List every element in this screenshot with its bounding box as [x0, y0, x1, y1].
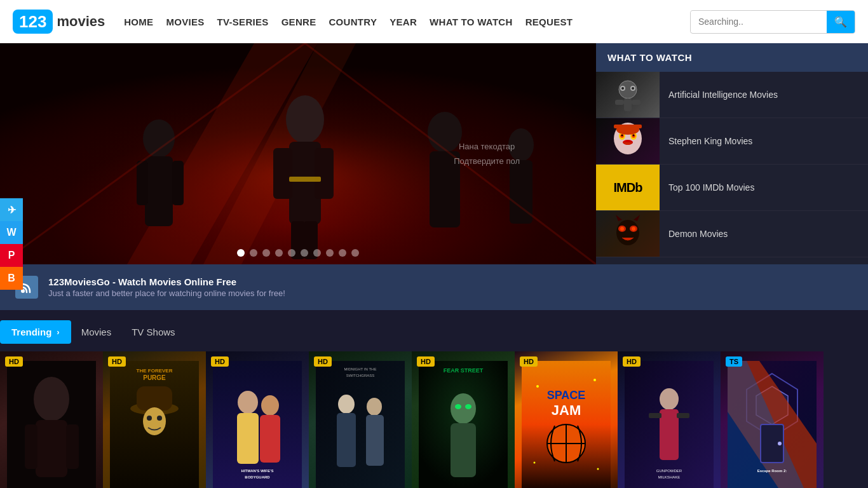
- svg-point-49: [34, 377, 69, 421]
- svg-rect-50: [36, 420, 67, 477]
- hero-indicator-3[interactable]: [262, 249, 270, 257]
- demon-thumb-visual: [596, 211, 660, 257]
- svg-point-43: [620, 227, 624, 231]
- svg-rect-71: [316, 361, 405, 488]
- svg-rect-99: [660, 409, 679, 460]
- svg-rect-12: [145, 156, 173, 226]
- svg-point-72: [338, 395, 355, 414]
- hero-indicator-9[interactable]: [339, 249, 346, 257]
- search-button[interactable]: 🔍: [827, 11, 855, 33]
- social-pinterest-button[interactable]: P: [0, 244, 23, 267]
- hero-indicator-4[interactable]: [275, 249, 283, 257]
- movie-thumb-1: HD: [0, 351, 103, 488]
- svg-point-74: [367, 398, 382, 416]
- svg-point-57: [143, 407, 166, 435]
- wtw-item-demon[interactable]: Demon Movies: [596, 211, 868, 257]
- svg-rect-14: [172, 161, 184, 205]
- movie-card-8[interactable]: TS: [721, 351, 824, 488]
- social-bar: ✈ W P B: [0, 198, 23, 290]
- movie-card-1[interactable]: HD: [0, 351, 103, 488]
- svg-text:Escape Room 2:: Escape Room 2:: [757, 469, 787, 473]
- nav-genre[interactable]: GENRE: [281, 17, 316, 27]
- svg-text:PURGE: PURGE: [143, 374, 166, 381]
- header: 123 movies HOME MOVIES TV-SERIES GENRE C…: [0, 0, 868, 43]
- svg-text:THE FOREVER: THE FOREVER: [137, 368, 173, 374]
- svg-rect-75: [366, 415, 384, 466]
- svg-point-11: [143, 119, 175, 158]
- svg-point-66: [261, 395, 279, 416]
- svg-point-64: [238, 391, 258, 414]
- nav-home[interactable]: HOME: [124, 17, 153, 27]
- wtw-label-demon: Demon Movies: [660, 228, 736, 240]
- svg-text:JAM: JAM: [552, 402, 581, 418]
- movie-card-3[interactable]: HD: [206, 351, 309, 488]
- hero-overlay-text: Нана текодтар Подтвердите пол: [454, 139, 520, 169]
- svg-text:HITMAN'S WIFE'S: HITMAN'S WIFE'S: [241, 469, 274, 473]
- svg-point-93: [593, 379, 596, 381]
- logo[interactable]: 123 movies: [13, 10, 105, 34]
- nav-country[interactable]: COUNTRY: [329, 17, 377, 27]
- nav-what-to-watch[interactable]: WHAT TO WATCH: [430, 17, 513, 27]
- movie-visual-8: Escape Room 2:: [721, 351, 824, 488]
- movie-thumb-4: HD: [309, 351, 412, 488]
- svg-text:BODYGUARD: BODYGUARD: [245, 475, 270, 479]
- wtw-item-imdb[interactable]: IMDb Top 100 IMDb Movies: [596, 165, 868, 211]
- movie-thumb-7: HD: [618, 351, 721, 488]
- social-telegram-button[interactable]: ✈: [0, 198, 23, 221]
- movie-card-6[interactable]: HD SPACE J: [515, 351, 618, 488]
- svg-marker-46: [634, 215, 640, 221]
- movie-visual-2: THE FOREVER PURGE: [103, 351, 206, 488]
- svg-point-26: [632, 87, 634, 90]
- movie-badge-8: TS: [726, 356, 742, 367]
- svg-point-36: [633, 134, 635, 136]
- social-wordpress-button[interactable]: W: [0, 221, 23, 244]
- movie-card-4[interactable]: HD: [309, 351, 412, 488]
- svg-text:MILKSHAKE: MILKSHAKE: [658, 475, 680, 479]
- what-to-watch-header: WHAT TO WATCH: [596, 43, 868, 72]
- hero-indicator-2[interactable]: [250, 249, 257, 257]
- hero-indicator-1[interactable]: [237, 249, 245, 257]
- nav-request[interactable]: REQUEST: [526, 17, 573, 27]
- ai-thumb-visual: [596, 72, 660, 118]
- svg-point-44: [632, 227, 635, 231]
- movie-visual-1: [0, 351, 103, 488]
- movie-card-5[interactable]: HD: [412, 351, 515, 488]
- nav-movies[interactable]: MOVIES: [166, 17, 204, 27]
- wtw-thumb-demon: [596, 211, 660, 257]
- nav-tv-series[interactable]: TV-SERIES: [217, 17, 269, 27]
- movie-badge-6: HD: [520, 356, 538, 367]
- movie-thumb-5: HD: [412, 351, 515, 488]
- wtw-thumb-sk: [596, 118, 660, 164]
- nav-year[interactable]: YEAR: [390, 17, 417, 27]
- social-blogger-button[interactable]: B: [0, 267, 23, 290]
- hero-slider: Нана текодтар Подтвердите пол: [0, 43, 596, 264]
- search-input[interactable]: [691, 11, 827, 32]
- hero-indicator-5[interactable]: [288, 249, 295, 257]
- svg-marker-45: [616, 215, 622, 221]
- movie-badge-4: HD: [314, 356, 332, 367]
- movie-visual-6: SPACE JAM: [515, 351, 618, 488]
- wtw-label-imdb: Top 100 IMDb Movies: [660, 182, 763, 193]
- movie-card-7[interactable]: HD: [618, 351, 721, 488]
- wtw-item-stephen-king[interactable]: Stephen King Movies: [596, 118, 868, 165]
- sk-thumb-visual: [596, 118, 660, 164]
- trending-button[interactable]: Trending ›: [0, 320, 71, 344]
- wtw-item-ai[interactable]: Artificial Intelligence Movies: [596, 72, 868, 118]
- movie-badge-1: HD: [5, 356, 23, 367]
- movie-thumb-8: TS: [721, 351, 824, 488]
- svg-rect-51: [25, 424, 37, 469]
- imdb-logo: IMDb: [614, 180, 642, 195]
- svg-rect-28: [615, 100, 624, 105]
- svg-point-58: [147, 416, 152, 421]
- tab-movies[interactable]: Movies: [71, 320, 122, 344]
- svg-point-95: [597, 468, 599, 470]
- hero-indicator-10[interactable]: [351, 249, 359, 257]
- tab-tv-shows[interactable]: TV Shows: [121, 320, 185, 344]
- movie-card-2[interactable]: HD: [103, 351, 206, 488]
- hero-indicator-8[interactable]: [326, 249, 334, 257]
- hero-indicator-7[interactable]: [313, 249, 321, 257]
- svg-point-59: [157, 416, 162, 421]
- hero-indicator-6[interactable]: [301, 249, 308, 257]
- movie-visual-3: HITMAN'S WIFE'S BODYGUARD: [206, 351, 309, 488]
- movie-badge-2: HD: [108, 356, 126, 367]
